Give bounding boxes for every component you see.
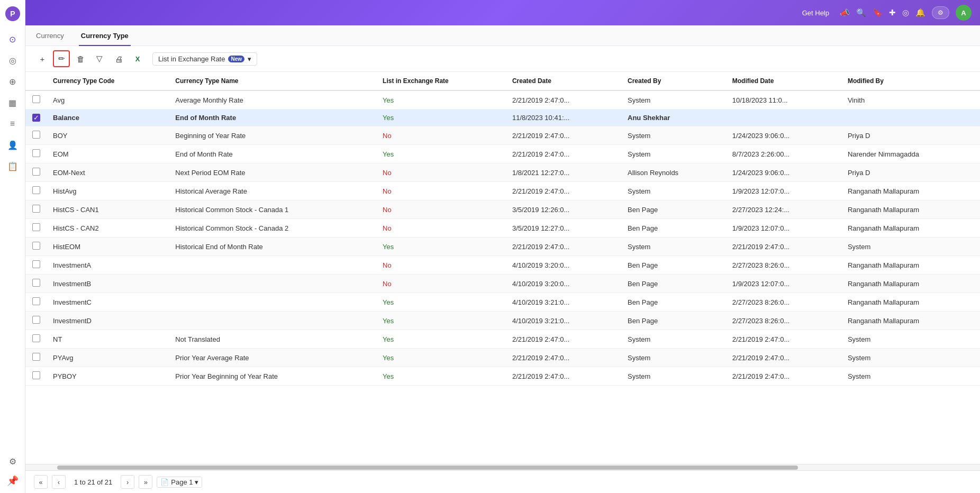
cell-exchange: No — [376, 163, 506, 182]
col-created-by: Created By — [621, 72, 726, 90]
cell-modified-by: Ranganath Mallapuram — [841, 182, 980, 200]
add-icon[interactable]: ✚ — [889, 8, 896, 17]
table-row[interactable]: InvestmentCYes4/10/2019 3:21:0...Ben Pag… — [25, 293, 980, 312]
row-checkbox[interactable] — [32, 186, 40, 194]
sidebar-item-menu[interactable]: ≡ — [3, 114, 22, 133]
cell-modified-date: 10/18/2023 11:0... — [726, 90, 841, 109]
table-row[interactable]: InvestmentBNo4/10/2019 3:20:0...Ben Page… — [25, 275, 980, 293]
filter-button[interactable]: ▽ — [91, 50, 108, 67]
delete-button[interactable]: 🗑 — [72, 50, 89, 67]
cell-code: Avg — [47, 90, 169, 109]
first-page-button[interactable]: « — [34, 475, 48, 489]
bell-icon[interactable]: 🔔 — [915, 8, 925, 17]
environment-chip[interactable]: ⚙ — [932, 6, 949, 19]
row-checkbox[interactable] — [32, 260, 40, 268]
sidebar-item-user[interactable]: 👤 — [3, 135, 22, 154]
cell-exchange: Yes — [376, 109, 506, 126]
table-row[interactable]: EOM-NextNext Period EOM RateNo1/8/2021 1… — [25, 163, 980, 182]
horizontal-scrollbar[interactable] — [25, 464, 980, 470]
sidebar-item-target[interactable]: ⊕ — [3, 72, 22, 91]
sidebar-item-recent[interactable]: ◎ — [3, 51, 22, 70]
row-checkbox[interactable] — [32, 95, 40, 103]
row-checkbox[interactable] — [32, 371, 40, 379]
sidebar-item-home[interactable]: ⊙ — [3, 30, 22, 49]
get-help-button[interactable]: Get Help — [802, 9, 829, 17]
cell-modified-by: Priya D — [841, 126, 980, 145]
cell-exchange: No — [376, 126, 506, 145]
announcements-icon[interactable]: 📣 — [840, 8, 850, 17]
row-checkbox[interactable] — [32, 131, 40, 139]
row-checkbox[interactable] — [32, 297, 40, 305]
table-row[interactable]: HistEOMHistorical End of Month RateYes2/… — [25, 238, 980, 256]
cell-exchange: Yes — [376, 367, 506, 386]
page-selector[interactable]: 📄 Page 1 ▾ — [157, 477, 202, 488]
cell-created-by: Ben Page — [621, 219, 726, 238]
cell-created-by: Ben Page — [621, 275, 726, 293]
row-checkbox[interactable] — [32, 242, 40, 250]
table-row[interactable]: InvestmentDYes4/10/2019 3:21:0...Ben Pag… — [25, 312, 980, 330]
cell-modified-date: 2/21/2019 2:47:0... — [726, 238, 841, 256]
row-checkbox[interactable] — [32, 205, 40, 213]
tab-currency[interactable]: Currency — [34, 25, 66, 46]
cell-created-date: 4/10/2019 3:21:0... — [506, 293, 621, 312]
cell-code: NT — [47, 330, 169, 349]
cell-created-date: 3/5/2019 12:26:0... — [506, 200, 621, 219]
next-page-button[interactable]: › — [121, 475, 134, 489]
sidebar-item-grid[interactable]: ▦ — [3, 93, 22, 112]
table-row[interactable]: PYAvgPrior Year Average RateYes2/21/2019… — [25, 349, 980, 367]
search-icon[interactable]: 🔍 — [856, 8, 866, 17]
cell-name: Next Period EOM Rate — [169, 163, 376, 182]
cell-created-date: 11/8/2023 10:41:... — [506, 109, 621, 126]
target-icon[interactable]: ◎ — [902, 8, 909, 17]
table-row[interactable]: AvgAverage Monthly RateYes2/21/2019 2:47… — [25, 90, 980, 109]
sidebar-bottom: ⚙ 📌 — [3, 452, 22, 489]
edit-button[interactable]: ✏ — [53, 50, 70, 67]
row-checkbox[interactable] — [32, 334, 40, 342]
excel-button[interactable]: X — [129, 50, 146, 67]
table-row[interactable]: InvestmentANo4/10/2019 3:20:0...Ben Page… — [25, 256, 980, 275]
row-checkbox[interactable] — [32, 168, 40, 176]
table-row[interactable]: NTNot TranslatedYes2/21/2019 2:47:0...Sy… — [25, 330, 980, 349]
tab-currency-type[interactable]: Currency Type — [79, 25, 131, 46]
table-row[interactable]: PYBOYPrior Year Beginning of Year RateYe… — [25, 367, 980, 386]
bookmark-icon[interactable]: 🔖 — [873, 8, 883, 17]
page-icon: 📄 — [160, 478, 169, 486]
cell-modified-by: System — [841, 238, 980, 256]
cell-modified-by: Ranganath Mallapuram — [841, 200, 980, 219]
print-button[interactable]: 🖨 — [110, 50, 127, 67]
table-row[interactable]: ✓BalanceEnd of Month RateYes11/8/2023 10… — [25, 109, 980, 126]
col-modified-by: Modified By — [841, 72, 980, 90]
cell-modified-date: 1/24/2023 9:06:0... — [726, 163, 841, 182]
row-checkbox[interactable]: ✓ — [32, 114, 40, 122]
cell-exchange: Yes — [376, 90, 506, 109]
table-row[interactable]: HistCS - CAN2Historical Common Stock - C… — [25, 219, 980, 238]
scrollbar-thumb[interactable] — [57, 465, 798, 470]
table-row[interactable]: HistCS - CAN1Historical Common Stock - C… — [25, 200, 980, 219]
row-checkbox[interactable] — [32, 279, 40, 287]
cell-created-date: 2/21/2019 2:47:0... — [506, 90, 621, 109]
row-checkbox[interactable] — [32, 316, 40, 324]
app-logo[interactable]: P — [3, 4, 22, 23]
pin-icon[interactable]: 📌 — [5, 473, 21, 489]
table-row[interactable]: EOMEnd of Month RateYes2/21/2019 2:47:0.… — [25, 145, 980, 163]
sidebar-item-tasks[interactable]: 📋 — [3, 157, 22, 176]
cell-name: End of Month Rate — [169, 109, 376, 126]
row-checkbox[interactable] — [32, 149, 40, 157]
cell-name: Historical Common Stock - Canada 1 — [169, 200, 376, 219]
user-avatar[interactable]: A — [956, 5, 972, 21]
cell-modified-date: 1/9/2023 12:07:0... — [726, 219, 841, 238]
last-page-button[interactable]: » — [139, 475, 152, 489]
sidebar-item-settings[interactable]: ⚙ — [3, 452, 22, 471]
row-checkbox[interactable] — [32, 223, 40, 231]
cell-created-by: System — [621, 145, 726, 163]
table-row[interactable]: HistAvgHistorical Average RateNo2/21/201… — [25, 182, 980, 200]
cell-modified-date: 2/27/2023 8:26:0... — [726, 293, 841, 312]
add-button[interactable]: + — [34, 50, 51, 67]
row-checkbox[interactable] — [32, 353, 40, 361]
list-exchange-rate-button[interactable]: List in Exchange Rate New ▾ — [152, 52, 257, 66]
page-content: Currency Currency Type + ✏ 🗑 ▽ 🖨 X — [25, 25, 980, 493]
table-row[interactable]: BOYBeginning of Year RateNo2/21/2019 2:4… — [25, 126, 980, 145]
main-area: Get Help 📣 🔍 🔖 ✚ ◎ 🔔 ⚙ A Currency Curren… — [25, 0, 980, 493]
cell-modified-by: Ranganath Mallapuram — [841, 312, 980, 330]
prev-page-button[interactable]: ‹ — [52, 475, 66, 489]
